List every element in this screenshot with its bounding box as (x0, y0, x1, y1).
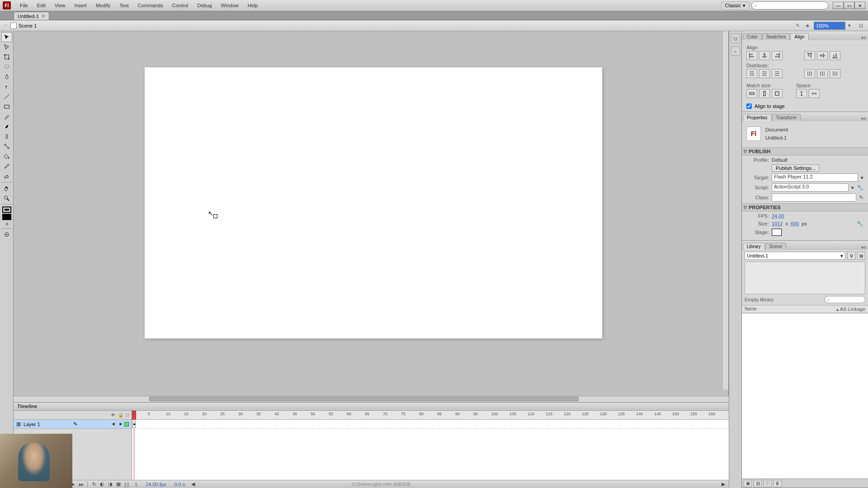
lasso-tool[interactable] (1, 62, 12, 72)
tab-align[interactable]: Align (790, 33, 808, 40)
col-name[interactable]: Name (745, 306, 836, 312)
tab-swatches[interactable]: Swatches (762, 33, 790, 40)
align-right[interactable] (772, 51, 783, 60)
timeline-scroll-left[interactable]: ◀ (189, 481, 197, 488)
zoom-input[interactable] (814, 22, 845, 30)
rectangle-tool[interactable] (1, 102, 12, 112)
stroke-color-swatch[interactable] (2, 206, 11, 213)
align-hcenter[interactable] (759, 51, 770, 60)
panel-menu-icon[interactable]: ▾≡ (859, 35, 868, 40)
match-both[interactable] (772, 89, 783, 98)
dist-bottom[interactable] (772, 69, 783, 78)
line-tool[interactable] (1, 92, 12, 102)
delete-button[interactable]: 🗑 (774, 480, 782, 487)
menu-window[interactable]: Window (217, 0, 243, 11)
properties-button[interactable]: ⓘ (764, 480, 772, 487)
menu-insert[interactable]: Insert (70, 0, 91, 11)
new-symbol-button[interactable]: ▣ (744, 480, 752, 487)
edit-symbols-icon[interactable]: ◈ (804, 22, 811, 29)
scene-label[interactable]: Scene 1 (19, 23, 37, 28)
menu-edit[interactable]: Edit (33, 0, 50, 11)
stage-canvas[interactable] (145, 67, 602, 338)
script-select[interactable]: ActionScript 3.0 (772, 183, 849, 192)
new-folder-button[interactable]: ▤ (754, 480, 762, 487)
match-height[interactable] (759, 89, 770, 98)
dist-vcenter[interactable] (759, 69, 770, 78)
dist-hcenter[interactable] (817, 69, 828, 78)
dist-left[interactable] (804, 69, 815, 78)
window-maximize[interactable]: ▭ (844, 2, 854, 9)
dock-icon-1[interactable]: ⊡ (731, 34, 740, 43)
panel-menu-icon[interactable]: ▾≡ (859, 245, 868, 250)
pencil-tool[interactable] (1, 112, 12, 122)
timeline-ruler[interactable]: 1 5 10 15 20 25 30 35 40 45 50 55 60 65 (132, 411, 729, 420)
onion-markers-button[interactable]: [·] (123, 481, 130, 488)
match-width[interactable] (746, 89, 757, 98)
tab-transform[interactable]: Transform (772, 114, 801, 121)
align-left[interactable] (746, 51, 757, 60)
subselection-tool[interactable] (1, 42, 12, 52)
menu-file[interactable]: File (15, 0, 33, 11)
pin-icon[interactable]: ⚲ (847, 252, 855, 260)
stage-color-swatch[interactable] (772, 229, 782, 236)
dist-top[interactable] (746, 69, 757, 78)
dock-icon-2[interactable]: ⌕ (731, 47, 740, 56)
publish-settings-button[interactable]: Publish Settings... (772, 164, 820, 172)
free-transform-tool[interactable] (1, 52, 12, 62)
edit-multiple-button[interactable]: ▦ (115, 481, 122, 488)
new-library-icon[interactable]: ⊞ (857, 252, 865, 260)
workspace-selector[interactable]: Classic▾ (721, 1, 750, 10)
stage-viewport[interactable]: ↖ (14, 31, 729, 396)
align-top[interactable] (804, 51, 815, 60)
target-select[interactable]: Flash Player 11.2 (772, 174, 858, 182)
height-value[interactable]: 600 (791, 221, 799, 226)
lock-icon[interactable]: 🔒 (118, 413, 123, 418)
library-list[interactable] (742, 313, 868, 479)
space-horz[interactable] (809, 89, 820, 98)
align-vcenter[interactable] (817, 51, 828, 60)
dist-right[interactable] (830, 69, 840, 78)
timeline-scroll-right[interactable]: ▶ (720, 481, 727, 488)
goto-last-frame[interactable]: ⏭ (77, 481, 85, 488)
pen-tool[interactable] (1, 72, 12, 82)
chevron-down-icon[interactable]: ▾ (851, 185, 854, 191)
layer-row[interactable]: ▥ Layer 1 ✎ (14, 420, 132, 429)
pencil-icon[interactable]: ✎ (859, 194, 863, 201)
swap-colors-icon[interactable]: ⤭ (1, 220, 12, 227)
window-close[interactable]: ✕ (854, 2, 865, 9)
wrench-icon[interactable]: 🔧 (857, 221, 863, 227)
hand-tool[interactable] (1, 183, 12, 193)
menu-help[interactable]: Help (243, 0, 263, 11)
nav-back-icon[interactable]: ⇦ (4, 23, 8, 28)
publish-section[interactable]: ▽PUBLISH (742, 147, 868, 155)
layer-name[interactable]: Layer 1 (24, 422, 40, 427)
menu-modify[interactable]: Modify (91, 0, 115, 11)
vertical-scrollbar[interactable] (722, 31, 728, 389)
fps-value[interactable]: 24.00 (772, 213, 784, 219)
align-to-stage-checkbox[interactable]: Align to stage (746, 103, 863, 109)
keyframe[interactable] (132, 421, 136, 428)
onion-outline-button[interactable]: ◑ (107, 481, 114, 488)
menu-debug[interactable]: Debug (193, 0, 216, 11)
window-minimize[interactable]: — (833, 2, 844, 9)
edit-scene-icon[interactable]: ✎ (794, 22, 801, 29)
library-search[interactable] (825, 296, 865, 303)
panel-menu-icon[interactable]: ▾≡ (859, 116, 868, 121)
timeline-frames[interactable]: 1 5 10 15 20 25 30 35 40 45 50 55 60 65 (132, 411, 729, 480)
onion-skin-button[interactable]: ◐ (99, 481, 106, 488)
align-bottom[interactable] (830, 51, 840, 60)
class-input[interactable] (772, 193, 856, 202)
width-value[interactable]: 1012 (772, 221, 783, 226)
horizontal-scrollbar[interactable] (14, 396, 729, 402)
menu-commands[interactable]: Commands (133, 0, 167, 11)
paint-bucket-tool[interactable] (1, 151, 12, 161)
menu-view[interactable]: View (50, 0, 70, 11)
document-tab[interactable]: Untitled-1 ✕ (14, 12, 49, 20)
brush-tool[interactable] (1, 122, 12, 131)
library-doc-select[interactable]: Untitled-1▾ (745, 252, 845, 260)
eye-icon[interactable]: 👁 (111, 413, 115, 418)
eraser-tool[interactable] (1, 171, 12, 181)
tab-properties[interactable]: Properties (743, 114, 772, 121)
space-vert[interactable] (796, 89, 807, 98)
zoom-dropdown-icon[interactable]: ▾ (848, 23, 851, 28)
